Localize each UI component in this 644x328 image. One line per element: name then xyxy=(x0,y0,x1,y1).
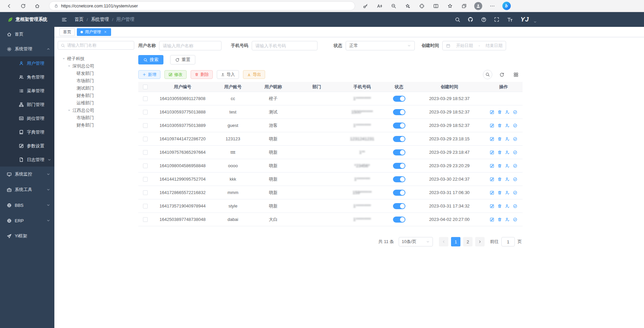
sidebar-item-erp[interactable]: ERP xyxy=(0,213,54,228)
status-toggle[interactable] xyxy=(393,149,405,155)
status-toggle[interactable] xyxy=(393,217,405,223)
assign-role-button[interactable] xyxy=(513,163,517,168)
status-toggle[interactable] xyxy=(393,203,405,209)
browser-copilot-button[interactable]: b xyxy=(501,1,511,11)
sidebar-item-menu-mgmt[interactable]: 菜单管理 xyxy=(0,84,54,98)
delete-button[interactable] xyxy=(497,110,502,114)
add-button[interactable]: 新增 xyxy=(138,70,160,79)
tree-node[interactable]: 深圳总公司 xyxy=(58,62,134,70)
export-button[interactable]: 导出 xyxy=(243,70,265,79)
status-toggle[interactable] xyxy=(393,190,405,196)
read-aloud-button[interactable] xyxy=(375,1,385,11)
delete-button[interactable] xyxy=(497,137,502,141)
close-tab-icon[interactable] xyxy=(103,30,107,34)
edit-button[interactable] xyxy=(490,123,494,128)
sidebar-item-param-settings[interactable]: 参数设置 xyxy=(0,139,54,153)
password-key-button[interactable] xyxy=(360,1,370,11)
caret-down-icon[interactable] xyxy=(67,64,72,68)
tree-node[interactable]: 橙子科技 xyxy=(58,55,134,62)
assign-role-button[interactable] xyxy=(513,137,517,141)
table-layout-button[interactable] xyxy=(511,70,521,79)
sidebar-item-user-mgmt[interactable]: 用户管理 xyxy=(0,56,54,70)
browser-menu-button[interactable] xyxy=(487,1,497,11)
edit-button[interactable] xyxy=(490,177,494,182)
assign-role-button[interactable] xyxy=(513,217,517,222)
help-button[interactable] xyxy=(479,15,488,24)
page-button-2[interactable]: 2 xyxy=(463,237,473,246)
font-size-button[interactable] xyxy=(505,15,514,24)
row-checkbox[interactable] xyxy=(143,137,148,141)
status-toggle[interactable] xyxy=(393,136,405,142)
delete-button[interactable] xyxy=(497,217,502,222)
zoom-button[interactable] xyxy=(389,1,399,11)
extensions-button[interactable] xyxy=(417,1,427,11)
reset-password-button[interactable] xyxy=(505,110,510,114)
browser-profile-button[interactable] xyxy=(473,1,483,11)
reset-password-button[interactable] xyxy=(505,123,510,128)
assign-role-button[interactable] xyxy=(513,150,517,155)
row-checkbox[interactable] xyxy=(143,204,148,208)
sidebar-item-post-mgmt[interactable]: 岗位管理 xyxy=(0,111,54,125)
tree-node[interactable]: 财务部门 xyxy=(58,92,134,99)
reset-button[interactable]: 重置 xyxy=(170,55,195,64)
github-button[interactable] xyxy=(466,15,475,24)
user-menu-caret-icon[interactable] xyxy=(533,20,537,24)
sidebar-item-home[interactable]: 首页 xyxy=(0,27,54,42)
status-toggle[interactable] xyxy=(393,123,405,129)
tree-node[interactable]: 财务部门 xyxy=(58,122,134,129)
browser-refresh-button[interactable] xyxy=(18,1,28,11)
status-toggle[interactable] xyxy=(393,176,405,182)
tree-node[interactable]: 江西总公司 xyxy=(58,107,134,114)
browser-address-bar[interactable]: https://ccnetcore.com:1101/system/user xyxy=(49,1,355,10)
tree-node[interactable]: 研发部门 xyxy=(58,70,134,77)
row-checkbox[interactable] xyxy=(143,163,148,168)
assign-role-button[interactable] xyxy=(513,204,517,208)
row-checkbox[interactable] xyxy=(143,110,148,114)
edit-button[interactable] xyxy=(490,217,494,222)
delete-button[interactable] xyxy=(497,190,502,195)
status-toggle[interactable] xyxy=(393,96,405,102)
goto-page-input[interactable] xyxy=(501,237,515,246)
tree-node[interactable]: 市场部门 xyxy=(58,114,134,122)
delete-button[interactable] xyxy=(497,177,502,182)
delete-button[interactable] xyxy=(497,163,502,168)
reset-password-button[interactable] xyxy=(505,177,510,182)
row-checkbox[interactable] xyxy=(143,96,148,101)
username-input[interactable] xyxy=(159,41,221,50)
reset-password-button[interactable] xyxy=(505,217,510,222)
sidebar-item-yi-framework[interactable]: Yi框架 xyxy=(0,228,54,244)
reset-password-button[interactable] xyxy=(505,163,510,168)
select-all-checkbox[interactable] xyxy=(143,85,148,89)
page-size-select[interactable]: 10条/页 xyxy=(399,237,433,246)
reset-password-button[interactable] xyxy=(505,137,510,141)
import-button[interactable]: 导入 xyxy=(217,70,239,79)
delete-button[interactable] xyxy=(497,204,502,208)
date-range-picker[interactable]: 开始日期 - 结束日期 xyxy=(442,41,506,50)
caret-down-icon[interactable] xyxy=(62,57,67,61)
header-search-button[interactable] xyxy=(453,15,462,24)
sidebar-item-role-mgmt[interactable]: 角色管理 xyxy=(0,70,54,84)
edit-button[interactable] xyxy=(490,204,494,208)
page-button-1[interactable]: 1 xyxy=(451,237,460,246)
assign-role-button[interactable] xyxy=(513,123,517,128)
next-page-button[interactable] xyxy=(475,237,485,246)
delete-button[interactable] xyxy=(497,150,502,155)
sidebar-item-system-mgmt[interactable]: 系统管理 xyxy=(0,42,54,56)
sidebar-item-dict-mgmt[interactable]: 字典管理 xyxy=(0,125,54,139)
sidebar-item-log-mgmt[interactable]: 日志管理 xyxy=(0,153,54,167)
edit-button[interactable] xyxy=(490,190,494,195)
edit-button[interactable] xyxy=(490,163,494,168)
delete-button[interactable]: 删除 xyxy=(191,70,213,79)
user-logo[interactable]: YJ xyxy=(521,16,529,23)
collections-button[interactable] xyxy=(459,1,469,11)
row-checkbox[interactable] xyxy=(143,123,148,128)
sidebar-collapse-button[interactable] xyxy=(60,15,68,24)
row-checkbox[interactable] xyxy=(143,217,148,222)
reset-password-button[interactable] xyxy=(505,150,510,155)
table-search-button[interactable] xyxy=(483,70,492,79)
browser-home-button[interactable] xyxy=(32,1,42,11)
table-refresh-button[interactable] xyxy=(497,70,506,79)
reset-password-button[interactable] xyxy=(505,204,510,208)
edit-button[interactable] xyxy=(490,110,494,114)
fullscreen-button[interactable] xyxy=(492,15,501,24)
